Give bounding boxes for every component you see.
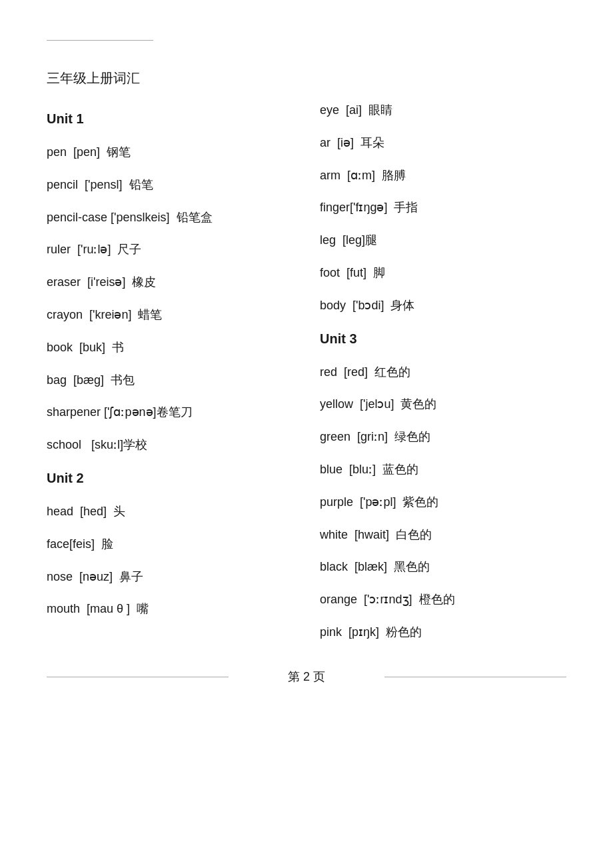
page-title: 三年级上册词汇 bbox=[47, 61, 293, 102]
page-container: 三年级上册词汇 Unit 1 pen [pen] 钢笔 pencil ['pen… bbox=[0, 0, 613, 868]
unit-3-heading: Unit 3 bbox=[320, 322, 566, 356]
entry-finger: finger['fɪŋgə] 手指 bbox=[320, 191, 566, 224]
page-number: 第 2 页 bbox=[281, 669, 332, 685]
entry-book: book [buk] 书 bbox=[47, 331, 293, 364]
entry-orange: orange ['ɔːrɪndʒ] 橙色的 bbox=[320, 583, 566, 616]
entry-purple: purple ['pəːpl] 紫色的 bbox=[320, 486, 566, 519]
bottom-line-left bbox=[47, 677, 229, 677]
entry-school: school [skuːl]学校 bbox=[47, 429, 293, 461]
left-column: 三年级上册词汇 Unit 1 pen [pen] 钢笔 pencil ['pen… bbox=[47, 61, 293, 649]
content-grid: 三年级上册词汇 Unit 1 pen [pen] 钢笔 pencil ['pen… bbox=[47, 61, 566, 649]
entry-white: white [hwait] 白色的 bbox=[320, 519, 566, 551]
entry-mouth: mouth [mau θ ] 嘴 bbox=[47, 593, 293, 625]
right-column: eye [ai] 眼睛 ar [iə] 耳朵 arm [ɑːm] 胳膊 fing… bbox=[320, 61, 566, 649]
entry-nose: nose [nəuz] 鼻子 bbox=[47, 561, 293, 593]
entry-pencil-case: pencil-case ['penslkeis] 铅笔盒 bbox=[47, 201, 293, 234]
entry-head: head [hed] 头 bbox=[47, 495, 293, 528]
top-divider bbox=[47, 40, 153, 41]
entry-foot: foot [fut] 脚 bbox=[320, 257, 566, 289]
entry-crayon: crayon ['kreiən] 蜡笔 bbox=[47, 299, 293, 331]
entry-eraser: eraser [i'reisə] 橡皮 bbox=[47, 266, 293, 299]
entry-pen: pen [pen] 钢笔 bbox=[47, 136, 293, 169]
bottom-area: 第 2 页 bbox=[47, 669, 566, 685]
entry-ear: ar [iə] 耳朵 bbox=[320, 127, 566, 159]
entry-red: red [red] 红色的 bbox=[320, 356, 566, 389]
entry-face: face[feis] 脸 bbox=[47, 528, 293, 561]
entry-body: body ['bɔdi] 身体 bbox=[320, 289, 566, 322]
entry-yellow: yellow ['jelɔu] 黄色的 bbox=[320, 388, 566, 421]
entry-sharpener: sharpener ['ʃɑːpənə]卷笔刀 bbox=[47, 396, 293, 429]
entry-leg: leg [leg]腿 bbox=[320, 224, 566, 257]
entry-blue: blue [bluː] 蓝色的 bbox=[320, 453, 566, 486]
entry-green: green [griːn] 绿色的 bbox=[320, 421, 566, 453]
entry-bag: bag [bæg] 书包 bbox=[47, 364, 293, 397]
entry-ruler: ruler ['ruːlə] 尺子 bbox=[47, 233, 293, 266]
bottom-line-right bbox=[384, 677, 566, 677]
entry-black: black [blæk] 黑色的 bbox=[320, 551, 566, 583]
entry-pink: pink [pɪŋk] 粉色的 bbox=[320, 616, 566, 649]
unit-2-heading: Unit 2 bbox=[47, 461, 293, 495]
entry-arm: arm [ɑːm] 胳膊 bbox=[320, 159, 566, 192]
entry-eye: eye [ai] 眼睛 bbox=[320, 61, 566, 127]
entry-pencil: pencil ['pensl] 铅笔 bbox=[47, 169, 293, 201]
unit-1-heading: Unit 1 bbox=[47, 102, 293, 136]
